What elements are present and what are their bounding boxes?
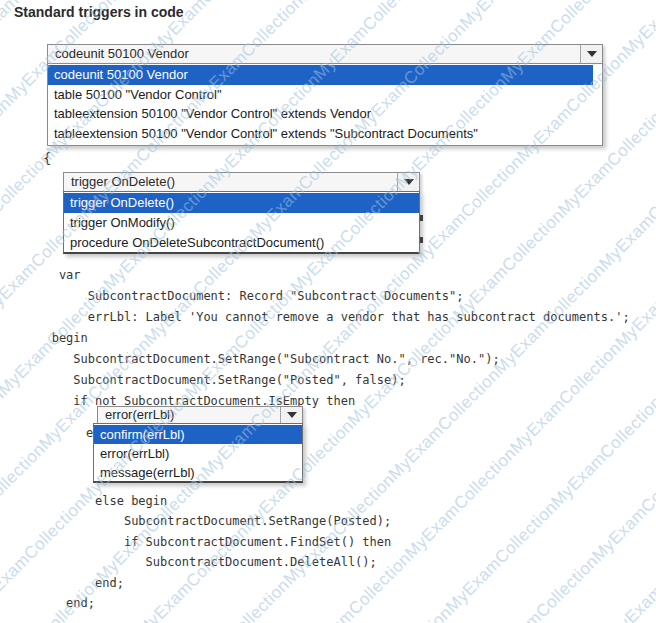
object-dropdown-list: codeunit 50100 Vendor table 50100 "Vendo… xyxy=(47,63,603,146)
code-line: end; xyxy=(30,596,95,610)
action-dropdown-field[interactable]: error(errLbl) xyxy=(97,406,303,424)
action-dropdown-list: confirm(errLbl) error(errLbl) message(er… xyxy=(93,423,303,483)
action-dropdown-value: error(errLbl) xyxy=(98,407,302,423)
trigger-dropdown-field[interactable]: trigger OnDelete() xyxy=(63,172,420,192)
code-line: SubcontractDocument.SetRange(Posted); xyxy=(30,514,391,528)
occluded-code-fragment xyxy=(420,237,423,243)
occluded-code-fragment xyxy=(420,215,423,221)
dropdown-option[interactable]: tableextension 50100 "Vendor Control" ex… xyxy=(48,124,602,144)
code-line: end; xyxy=(30,576,124,590)
object-dropdown-button[interactable] xyxy=(580,45,602,63)
code-line: if SubcontractDocument.FindSet() then xyxy=(30,535,391,549)
dropdown-option[interactable]: tableextension 50100 "Vendor Control" ex… xyxy=(48,104,602,124)
code-line: begin xyxy=(30,331,88,345)
dropdown-option[interactable]: message(errLbl) xyxy=(94,463,302,482)
code-line: SubcontractDocument.SetRange("Posted", f… xyxy=(30,373,406,387)
chevron-down-icon xyxy=(404,179,414,185)
dropdown-option[interactable]: error(errLbl) xyxy=(94,444,302,463)
trigger-dropdown-button[interactable] xyxy=(397,173,419,191)
exam-code-screenshot: Standard triggers in code var Subcontrac… xyxy=(0,0,656,623)
dropdown-option-selected[interactable]: codeunit 50100 Vendor xyxy=(48,65,593,85)
open-brace: { xyxy=(43,150,51,166)
chevron-down-icon xyxy=(587,51,597,57)
dropdown-option[interactable]: trigger OnModify() xyxy=(64,213,419,233)
dropdown-option[interactable]: procedure OnDeleteSubcontractDocument() xyxy=(64,233,419,253)
page-title: Standard triggers in code xyxy=(14,4,184,20)
trigger-dropdown-value: trigger OnDelete() xyxy=(64,173,419,191)
object-dropdown-value: codeunit 50100 Vendor xyxy=(48,45,602,63)
trigger-dropdown-list: trigger OnDelete() trigger OnModify() pr… xyxy=(63,191,420,254)
code-line: var xyxy=(30,268,81,282)
dropdown-option[interactable]: table 50100 "Vendor Control" xyxy=(48,85,602,105)
code-line: else begin xyxy=(30,494,167,508)
code-line: errLbl: Label 'You cannot remove a vendo… xyxy=(30,310,630,324)
dropdown-option-selected[interactable]: confirm(errLbl) xyxy=(94,425,302,444)
action-dropdown-button[interactable] xyxy=(280,407,302,423)
object-dropdown-field[interactable]: codeunit 50100 Vendor xyxy=(47,44,603,64)
dropdown-option-selected[interactable]: trigger OnDelete() xyxy=(64,193,419,213)
code-line: SubcontractDocument.DeleteAll(); xyxy=(30,555,377,569)
chevron-down-icon xyxy=(287,412,297,418)
code-line: SubcontractDocument.SetRange("Subcontrac… xyxy=(30,352,500,366)
code-line: SubcontractDocument: Record "Subcontract… xyxy=(30,289,463,303)
